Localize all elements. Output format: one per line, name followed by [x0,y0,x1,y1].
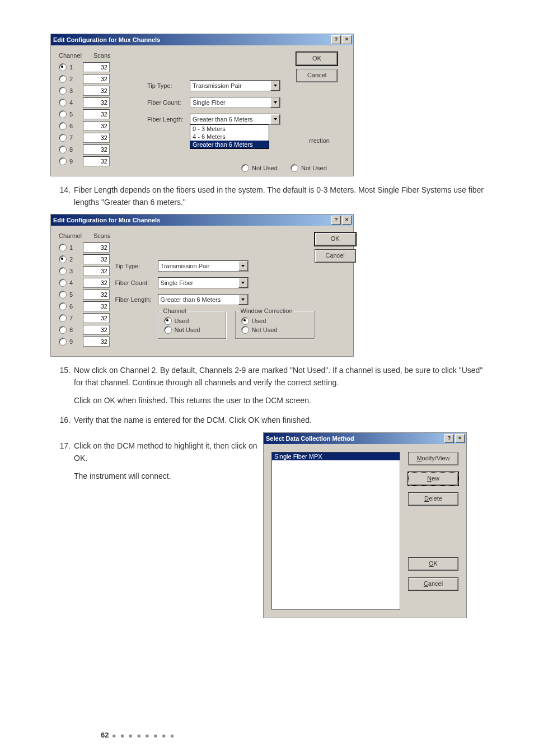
list-item[interactable]: Single Fiber MPX [272,452,400,460]
dropdown-option[interactable]: 4 - 6 Meters [190,133,269,141]
fiber-length-label: Fiber Length: [147,116,190,123]
fiber-count-label: Fiber Count: [147,99,190,106]
titlebar: Edit Configuration for Mux Channels ? × [51,34,353,45]
channel-radio-6[interactable] [59,122,67,130]
step-17: 17. Click on the DCM method to highlight… [50,440,257,464]
titlebar: Edit Configuration for Mux Channels ? × [51,214,353,226]
channel-radio-3[interactable] [59,267,67,275]
window-correction-group: Window Correction Used Not Used [235,311,315,339]
not-used-radio[interactable]: Not Used [291,164,327,172]
fiber-length-select[interactable]: Greater than 6 Meters [158,294,249,305]
scans-input-2[interactable] [83,74,110,84]
step-14: 14. Fiber Length depends on the fibers u… [50,184,489,208]
scans-input-4[interactable] [83,97,110,108]
channel-radio-8[interactable] [59,146,67,153]
chevron-down-icon [238,261,248,271]
help-button[interactable]: ? [331,35,341,44]
ok-button[interactable]: OK [408,557,458,571]
tip-type-label: Tip Type: [147,82,190,89]
scans-input-8[interactable] [83,325,110,335]
channel-label: 6 [69,123,83,129]
scans-input-7[interactable] [83,133,110,143]
modify-view-button[interactable]: Modify/View [408,452,458,465]
dropdown-option[interactable]: Greater than 6 Meters [190,141,269,148]
scans-input-9[interactable] [83,337,110,347]
channel-label: 8 [69,146,83,153]
channel-radio-8[interactable] [59,326,67,334]
select-dcm-dialog: Select Data Collection Method ? × Single… [263,432,467,618]
new-button[interactable]: New [408,472,458,486]
used-radio[interactable]: Used [241,317,308,325]
channel-radio-2[interactable] [59,75,67,83]
scans-input-2[interactable] [83,254,110,264]
scans-input-3[interactable] [83,266,110,276]
page-footer: 62■ ■ ■ ■ ■ ■ ■ ■ [101,731,175,739]
channel-label: 9 [69,338,83,345]
channel-radio-1[interactable] [59,63,67,71]
cancel-button[interactable]: Cancel [408,577,458,591]
fiber-length-dropdown: 0 - 3 Meters 4 - 6 Meters Greater than 6… [190,124,269,149]
close-button[interactable]: × [342,35,352,44]
dialog-title: Select Data Collection Method [266,435,443,442]
dropdown-option[interactable]: 0 - 3 Meters [190,125,269,133]
scans-input-6[interactable] [83,121,110,131]
channel-label: 9 [69,158,83,165]
scans-input-5[interactable] [83,290,110,300]
delete-button[interactable]: Delete [408,492,458,506]
step-16: 16. Verify that the name is entered for … [50,414,489,427]
help-button[interactable]: ? [444,434,454,443]
ok-button[interactable]: OK [315,232,356,246]
scans-input-3[interactable] [83,86,110,96]
scans-input-1[interactable] [83,242,110,253]
close-button[interactable]: × [455,434,465,443]
scans-input-1[interactable] [83,62,110,72]
dcm-listbox[interactable]: Single Fiber MPX [271,452,400,610]
fiber-count-select[interactable]: Single Fiber [190,97,280,108]
tip-type-label: Tip Type: [115,263,158,269]
channel-radio-2[interactable] [59,255,67,263]
fiber-length-select[interactable]: Greater than 6 Meters 0 - 3 Meters 4 - 6… [190,114,280,125]
cancel-button[interactable]: Cancel [315,249,356,263]
fiber-count-label: Fiber Count: [115,279,158,286]
not-used-radio[interactable]: Not Used [241,164,278,172]
scans-input-5[interactable] [83,109,110,119]
dialog-title: Edit Configuration for Mux Channels [53,217,330,223]
scans-input-7[interactable] [83,313,110,323]
channel-radio-1[interactable] [59,244,67,251]
page-number: 62 [101,731,109,739]
footer-dots: ■ ■ ■ ■ ■ ■ ■ ■ [112,732,175,739]
not-used-radio[interactable]: Not Used [164,326,220,334]
cancel-button[interactable]: Cancel [296,69,338,82]
scans-input-8[interactable] [83,144,110,155]
ok-button[interactable]: OK [296,52,338,66]
channel-label: 3 [69,268,83,274]
chevron-down-icon [270,81,280,91]
close-button[interactable]: × [342,216,352,225]
scans-header: Scans [93,232,111,239]
tip-type-select[interactable]: Transmission Pair [190,80,280,91]
edit-config-dialog-1: Edit Configuration for Mux Channels ? × … [50,34,354,176]
channel-radio-7[interactable] [59,134,67,142]
channel-radio-4[interactable] [59,279,67,287]
channel-radio-7[interactable] [59,314,67,322]
channel-header: Channel [59,232,93,239]
scans-input-9[interactable] [83,156,110,166]
channel-label: 4 [69,99,83,106]
channel-radio-4[interactable] [59,99,67,106]
used-radio[interactable]: Used [164,317,220,325]
channel-radio-6[interactable] [59,302,67,310]
chevron-down-icon [270,97,280,108]
scans-input-6[interactable] [83,301,110,311]
channel-radio-5[interactable] [59,291,67,298]
channel-label: 4 [69,279,83,286]
channel-radio-9[interactable] [59,157,67,165]
channel-radio-9[interactable] [59,338,67,346]
tip-type-select[interactable]: Transmission Pair [158,260,249,272]
scans-input-4[interactable] [83,278,110,288]
not-used-radio[interactable]: Not Used [241,326,308,334]
channel-radio-5[interactable] [59,110,67,118]
channel-radio-3[interactable] [59,87,67,95]
fiber-length-label: Fiber Length: [115,296,158,303]
help-button[interactable]: ? [331,216,341,225]
fiber-count-select[interactable]: Single Fiber [158,277,249,288]
